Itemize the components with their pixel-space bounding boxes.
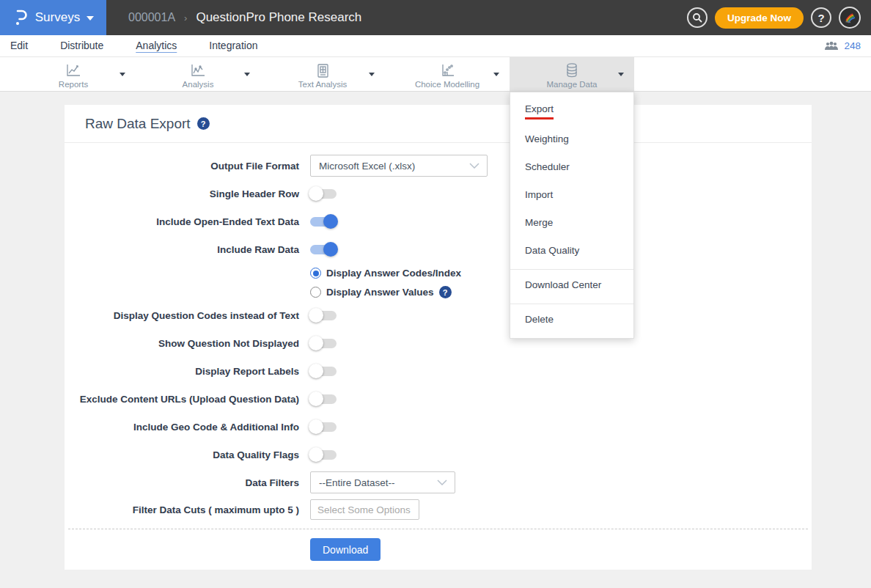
breadcrumb-survey-name: QuestionPro Phone Research <box>196 10 361 25</box>
nav-item-edit[interactable]: Edit <box>10 40 28 53</box>
form-row-question-codes: Display Question Codes instead of Text <box>65 301 812 329</box>
user-avatar[interactable] <box>839 7 861 29</box>
surveys-product-switcher[interactable]: Surveys <box>0 0 106 35</box>
line-chart-icon <box>65 62 82 78</box>
radio-unselected-icon[interactable] <box>310 287 321 298</box>
field-label: Display Question Codes instead of Text <box>65 310 299 321</box>
question-mark-icon: ? <box>817 12 824 24</box>
form-row-include-raw-data: Include Raw Data <box>65 235 812 263</box>
field-label: Include Raw Data <box>65 244 299 255</box>
trend-chart-icon <box>189 62 207 78</box>
help-button[interactable]: ? <box>811 7 831 28</box>
search-button[interactable] <box>687 7 708 28</box>
field-label: Single Header Row <box>65 188 299 199</box>
radio-selected-icon[interactable] <box>310 268 321 279</box>
field-label: Data Filters <box>65 477 299 488</box>
survey-nav-row: Edit Distribute Analytics Integration 24… <box>0 35 871 57</box>
output-format-select[interactable]: Microsoft Excel (.xlsx) <box>310 155 488 177</box>
upgrade-now-button[interactable]: Upgrade Now <box>715 7 804 29</box>
data-quality-flags-toggle[interactable] <box>310 450 337 460</box>
toolbar-item-label: Text Analysis <box>298 80 347 89</box>
answer-values-help-icon[interactable]: ? <box>439 286 452 298</box>
toolbar-item-label: Reports <box>59 80 88 89</box>
avatar-image <box>843 11 856 24</box>
people-icon <box>824 41 839 51</box>
single-header-row-toggle[interactable] <box>310 189 337 199</box>
breadcrumb: 000001A › QuestionPro Phone Research <box>106 0 687 35</box>
question-codes-toggle[interactable] <box>310 311 337 320</box>
field-label: Data Quality Flags <box>65 449 299 460</box>
menu-item-delete[interactable]: Delete <box>510 304 633 335</box>
filter-data-cuts-input[interactable] <box>310 499 419 520</box>
chevron-down-icon[interactable] <box>618 73 624 76</box>
header-actions: Upgrade Now ? <box>687 0 871 35</box>
question-not-displayed-toggle[interactable] <box>310 339 337 348</box>
chevron-down-icon[interactable] <box>244 73 250 76</box>
toolbar-item-analysis[interactable]: Analysis <box>136 57 260 91</box>
geo-code-toggle[interactable] <box>310 422 337 432</box>
raw-data-export-panel: Raw Data Export ? Output File Format Mic… <box>65 105 812 570</box>
exclude-content-urls-toggle[interactable] <box>310 394 337 404</box>
form-row-report-labels: Display Report Labels <box>65 357 812 385</box>
toolbar-item-label: Analysis <box>183 80 214 89</box>
field-label: Show Question Not Displayed <box>65 338 299 349</box>
response-count[interactable]: 248 <box>824 40 861 51</box>
menu-item-weighting[interactable]: Weighting <box>510 127 633 155</box>
chevron-down-icon[interactable] <box>493 73 499 76</box>
answer-display-radio-group: Display Answer Codes/Index Display Answe… <box>65 263 812 301</box>
download-row: Download <box>65 529 812 561</box>
questionpro-logo-icon <box>12 9 29 26</box>
breadcrumb-survey-id[interactable]: 000001A <box>128 11 175 24</box>
nav-item-analytics[interactable]: Analytics <box>136 40 177 53</box>
menu-item-merge[interactable]: Merge <box>510 210 633 238</box>
field-label: Exclude Content URLs (Upload Question Da… <box>65 394 299 405</box>
include-raw-data-toggle[interactable] <box>310 245 337 254</box>
response-count-value: 248 <box>844 40 861 51</box>
scatter-chart-icon <box>438 62 456 78</box>
chevron-down-icon[interactable] <box>120 73 125 76</box>
menu-item-import[interactable]: Import <box>510 183 633 210</box>
include-open-ended-toggle[interactable] <box>310 217 337 227</box>
nav-item-integration[interactable]: Integration <box>209 40 257 53</box>
chevron-down-icon <box>87 16 94 21</box>
toolbar-item-text-analysis[interactable]: Text Analysis <box>260 57 385 91</box>
report-labels-toggle[interactable] <box>310 367 337 376</box>
chevron-down-icon[interactable] <box>369 73 375 76</box>
toolbar-item-reports[interactable]: Reports <box>11 57 136 91</box>
toolbar-item-label: Manage Data <box>546 80 597 89</box>
field-label: Display Report Labels <box>65 366 299 377</box>
download-button[interactable]: Download <box>310 538 381 561</box>
form-row-question-not-displayed: Show Question Not Displayed <box>65 329 812 357</box>
form-row-output-format: Output File Format Microsoft Excel (.xls… <box>65 152 812 180</box>
chevron-down-icon <box>469 163 479 169</box>
search-icon <box>692 12 702 23</box>
menu-item-scheduler[interactable]: Scheduler <box>510 155 633 183</box>
toolbar-item-label: Choice Modelling <box>415 80 479 89</box>
field-label: Filter Data Cuts ( maximum upto 5 ) <box>65 504 299 515</box>
nav-item-distribute[interactable]: Distribute <box>60 40 103 53</box>
analytics-toolbar: Reports Analysis <box>0 57 871 92</box>
product-name: Surveys <box>35 10 80 25</box>
toolbar-item-choice-modelling[interactable]: Choice Modelling <box>385 57 510 91</box>
selected-value: --Entire Dataset-- <box>319 477 395 488</box>
selected-value: Microsoft Excel (.xlsx) <box>319 161 415 172</box>
toolbar-item-manage-data[interactable]: Manage Data <box>510 57 634 91</box>
form-row-exclude-content-urls: Exclude Content URLs (Upload Question Da… <box>65 385 812 413</box>
menu-item-export[interactable]: Export <box>510 97 633 127</box>
breadcrumb-separator-icon: › <box>184 12 187 23</box>
page-help-icon[interactable]: ? <box>197 117 210 130</box>
field-label: Output File Format <box>65 161 299 172</box>
form-row-single-header-row: Single Header Row <box>65 180 812 207</box>
form-row-data-filters: Data Filters --Entire Dataset-- <box>65 468 812 496</box>
app-window: Surveys 000001A › QuestionPro Phone Rese… <box>0 0 871 588</box>
data-filters-select[interactable]: --Entire Dataset-- <box>310 471 455 493</box>
menu-item-download-center[interactable]: Download Center <box>510 269 633 301</box>
page-title: Raw Data Export <box>85 116 191 132</box>
manage-data-dropdown-menu: Export Weighting Scheduler Import Merge … <box>510 92 634 339</box>
form-row-geo-code: Include Geo Code & Additional Info <box>65 413 812 441</box>
field-label: Include Geo Code & Additional Info <box>65 422 299 433</box>
export-settings-form: Output File Format Microsoft Excel (.xls… <box>65 143 812 561</box>
menu-item-data-quality[interactable]: Data Quality <box>510 238 633 266</box>
chevron-down-icon <box>437 479 447 485</box>
panel-title-row: Raw Data Export ? <box>65 105 812 143</box>
